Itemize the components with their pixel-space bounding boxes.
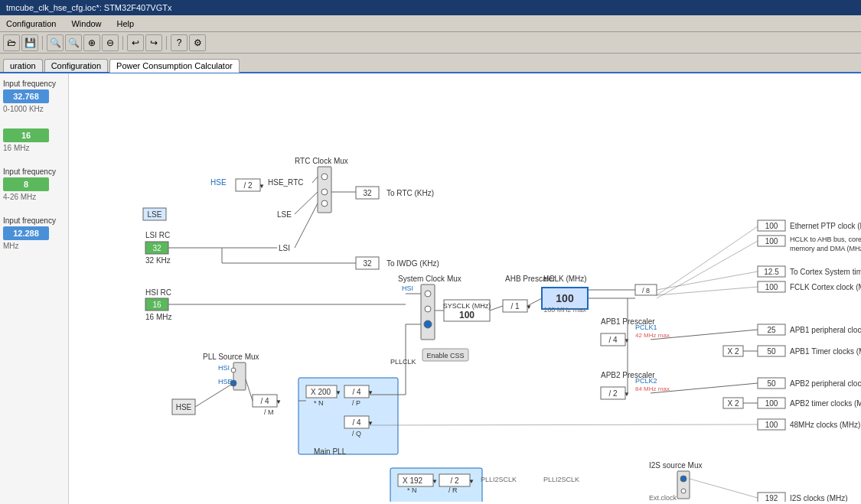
svg-text:/ 2: / 2 <box>608 389 618 398</box>
tab-uration[interactable]: uration <box>3 59 43 72</box>
svg-text:100: 100 <box>765 222 778 230</box>
svg-text:HSE: HSE <box>176 403 192 411</box>
toolbar-btn-5[interactable]: ⊕ <box>83 34 100 51</box>
svg-text:50: 50 <box>767 379 776 388</box>
freq-section-hsi: 16 16 MHz <box>3 128 65 152</box>
toolbar-btn-8[interactable]: ↪ <box>145 34 162 51</box>
svg-text:X 200: X 200 <box>311 388 331 396</box>
svg-text:HCLK (MHz): HCLK (MHz) <box>543 275 587 283</box>
diagram-area[interactable]: RTC Clock Mux 32 To RTC (KHz) HSE / 2 ▼ … <box>69 73 861 504</box>
menu-window[interactable]: Window <box>68 18 104 29</box>
freq-value-hsi[interactable]: 16 <box>3 128 49 142</box>
svg-text:System Clock Mux: System Clock Mux <box>398 275 461 283</box>
svg-point-35 <box>425 306 431 312</box>
toolbar-btn-3[interactable]: 🔍 <box>47 34 64 51</box>
freq-value-ext[interactable]: 12.288 <box>3 226 49 240</box>
svg-point-4 <box>321 200 328 206</box>
svg-text:/ M: / M <box>264 408 274 416</box>
rtc-clock-mux-label: RTC Clock Mux <box>295 157 348 165</box>
svg-text:▼: ▼ <box>276 398 282 405</box>
left-sidebar: Input frequency 32.768 0-1000 KHz 16 16 … <box>0 73 69 504</box>
svg-text:HSE: HSE <box>210 178 227 187</box>
svg-text:* N: * N <box>407 486 417 494</box>
svg-text:HSI: HSI <box>402 285 413 292</box>
freq-value-lse[interactable]: 32.768 <box>3 89 49 103</box>
svg-text:192: 192 <box>765 494 778 502</box>
toolbar-sep-3 <box>166 36 167 50</box>
toolbar-btn-1[interactable]: 🗁 <box>3 34 20 51</box>
svg-point-2 <box>321 174 328 180</box>
toolbar-btn-6[interactable]: ⊖ <box>102 34 119 51</box>
svg-text:/ 4: / 4 <box>352 418 361 427</box>
svg-text:100: 100 <box>765 399 778 408</box>
toolbar-btn-2[interactable]: 💾 <box>21 34 38 51</box>
svg-text:X 2: X 2 <box>727 399 739 408</box>
svg-text:FCLK Cortex clock (MHz): FCLK Cortex clock (MHz) <box>790 283 861 291</box>
svg-rect-0 <box>69 73 861 502</box>
svg-text:HSE: HSE <box>218 378 233 385</box>
tab-configuration[interactable]: Configuration <box>44 59 108 72</box>
svg-text:50: 50 <box>767 347 776 356</box>
svg-text:▼: ▼ <box>468 478 475 485</box>
toolbar-sep-2 <box>122 36 123 50</box>
toolbar-btn-9[interactable]: ? <box>171 34 188 51</box>
toolbar-btn-10[interactable]: ⚙ <box>189 34 206 51</box>
menu-help[interactable]: Help <box>114 18 138 29</box>
svg-point-36 <box>424 320 432 328</box>
svg-text:/ 2: / 2 <box>450 476 459 485</box>
svg-text:PLL Source Mux: PLL Source Mux <box>203 353 259 361</box>
svg-text:32 KHz: 32 KHz <box>145 256 171 265</box>
svg-text:▼: ▼ <box>526 304 532 311</box>
title-text: tmcube_clk_hse_cfg.ioc*: STM32F407VGTx <box>6 3 171 12</box>
freq-range-lse: 0-1000 KHz <box>3 105 65 113</box>
freq-section-lse: Input frequency 32.768 0-1000 KHz <box>3 80 65 113</box>
toolbar-btn-7[interactable]: ↩ <box>127 34 144 51</box>
svg-point-110 <box>681 489 686 493</box>
svg-text:▼: ▼ <box>259 183 265 190</box>
svg-text:HSI: HSI <box>218 364 230 372</box>
svg-text:/ Q: / Q <box>352 430 361 437</box>
svg-text:/ R: / R <box>448 486 458 494</box>
freq-label-lse: Input frequency <box>3 80 65 88</box>
svg-text:PCLK1: PCLK1 <box>635 324 657 331</box>
svg-text:Enable CSS: Enable CSS <box>426 352 464 359</box>
freq-label-ext: Input frequency <box>3 216 65 225</box>
svg-text:100: 100 <box>765 421 778 429</box>
svg-text:Ethernet PTP clock (MHz): Ethernet PTP clock (MHz) <box>790 222 861 230</box>
toolbar-btn-4[interactable]: 🔍 <box>65 34 82 51</box>
svg-text:▼: ▼ <box>624 337 630 344</box>
svg-point-3 <box>321 189 328 195</box>
menu-configuration[interactable]: Configuration <box>3 18 59 29</box>
svg-text:X 192: X 192 <box>403 476 423 485</box>
svg-text:* N: * N <box>314 399 324 407</box>
toolbar: 🗁 💾 🔍 🔍 ⊕ ⊖ ↩ ↪ ? ⚙ <box>0 32 861 54</box>
svg-text:/ 4: / 4 <box>352 388 361 396</box>
svg-text:X 2: X 2 <box>727 347 739 356</box>
svg-text:100: 100 <box>556 292 574 304</box>
svg-text:16: 16 <box>152 301 161 309</box>
svg-text:▼: ▼ <box>367 420 373 427</box>
title-bar: tmcube_clk_hse_cfg.ioc*: STM32F407VGTx <box>0 0 861 15</box>
svg-text:25: 25 <box>767 326 776 334</box>
main-content: Input frequency 32.768 0-1000 KHz 16 16 … <box>0 73 861 504</box>
svg-text:/ 1: / 1 <box>510 302 520 311</box>
svg-text:48MHz clocks (MHz): 48MHz clocks (MHz) <box>790 421 860 429</box>
svg-text:▼: ▼ <box>624 391 630 398</box>
svg-text:PCLK2: PCLK2 <box>635 377 657 385</box>
svg-text:PLLCLK: PLLCLK <box>390 358 416 366</box>
svg-text:/ 2: / 2 <box>243 181 253 190</box>
svg-text:/ 4: / 4 <box>260 397 269 405</box>
svg-text:32: 32 <box>152 244 161 252</box>
freq-value-hse[interactable]: 8 <box>3 177 49 191</box>
tab-power-consumption[interactable]: Power Consumption Calculator <box>109 59 240 73</box>
svg-text:16 MHz: 16 MHz <box>145 313 171 321</box>
svg-text:LSE: LSE <box>148 210 162 219</box>
svg-rect-108 <box>677 471 690 499</box>
svg-text:APB2 peripheral clocks (MHz): APB2 peripheral clocks (MHz) <box>790 379 861 388</box>
svg-text:HSE_RTC: HSE_RTC <box>268 178 304 187</box>
svg-text:APB1 peripheral clocks (MHz): APB1 peripheral clocks (MHz) <box>790 326 861 334</box>
freq-section-ext: Input frequency 12.288 MHz <box>3 216 65 250</box>
svg-text:SYSCLK (MHz): SYSCLK (MHz) <box>443 302 491 310</box>
svg-text:/ P: / P <box>352 399 360 407</box>
menu-bar: Configuration Window Help <box>0 15 861 32</box>
